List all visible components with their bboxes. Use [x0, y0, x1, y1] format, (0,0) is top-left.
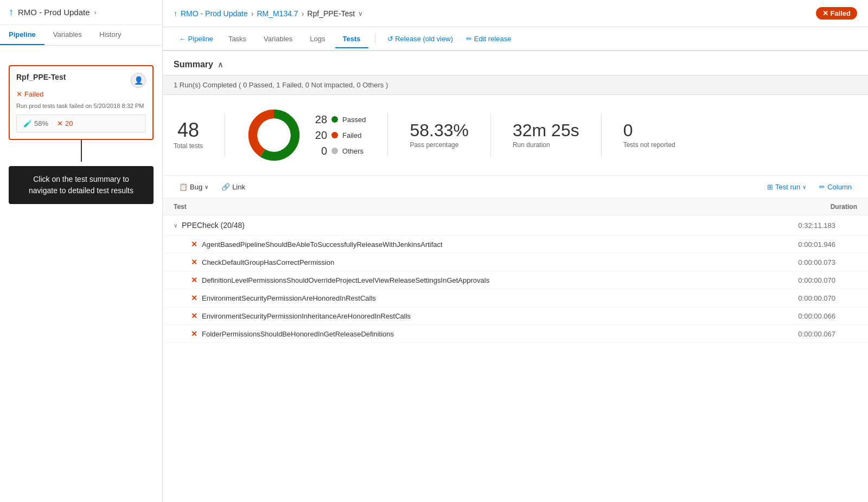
test-run-chevron-icon: ∨ [802, 184, 806, 190]
test-run-label: Test run [775, 183, 800, 191]
nav-variables[interactable]: Variables [256, 30, 300, 48]
others-count: 0 [312, 145, 327, 157]
breadcrumb-sep2: › [302, 9, 304, 18]
test-name: ✕ EnvironmentSecurityPermissionInheritan… [191, 312, 411, 320]
person-icon: 👤 [134, 76, 143, 85]
breadcrumb-chevron-icon[interactable]: ∨ [358, 10, 363, 17]
table-row[interactable]: ✕ FolderPermissionsShouldBeHonoredInGetR… [163, 325, 868, 343]
breadcrumb-sep1: › [251, 9, 254, 18]
breadcrumb: ↑ RMO - Prod Update › RM_M134.7 › Rpf_PP… [174, 9, 363, 18]
not-reported-label: Tests not reported [623, 141, 675, 149]
test-run-button[interactable]: ⊞ Test run ∨ [762, 180, 812, 194]
fail-x-icon: ✕ [191, 294, 197, 302]
bug-button[interactable]: 📋 Bug ∨ [174, 180, 214, 194]
left-tabs: Pipeline Variables History [0, 25, 162, 46]
stage-card[interactable]: Rpf_PPE-Test 👤 ✕ Failed Run prod tests t… [9, 65, 154, 140]
left-panel: ↑ RMO - Prod Update › Pipeline Variables… [0, 0, 163, 502]
pass-pct: 58% [34, 119, 48, 128]
stats-divider3 [490, 113, 491, 157]
legend-others: 0 Others [312, 145, 366, 157]
others-dot [331, 148, 338, 154]
tab-pipeline[interactable]: Pipeline [0, 25, 44, 45]
stage-status: ✕ Failed [16, 90, 146, 98]
nav-edit-release[interactable]: ✏ Edit release [461, 31, 516, 46]
column-button[interactable]: ✏ Column [814, 180, 857, 194]
bug-chevron-icon: ∨ [205, 184, 208, 190]
run-duration-stat: 32m 25s Run duration [513, 122, 579, 149]
table-row[interactable]: ✕ AgentBasedPipelineShouldBeAbleToSucces… [163, 236, 868, 253]
group-duration: 0:32:11.183 [798, 221, 857, 230]
passed-label: Passed [342, 116, 366, 124]
breadcrumb-test: Rpf_PPE-Test [307, 9, 355, 18]
run-banner: 1 Run(s) Completed ( 0 Passed, 1 Failed,… [163, 75, 868, 95]
legend-passed: 28 Passed [312, 113, 366, 126]
fail-count: 20 [65, 119, 73, 128]
link-label: Link [232, 183, 245, 191]
group-row-ppecheck[interactable]: ∨ PPECheck (20/48) 0:32:11.183 [163, 215, 868, 236]
bug-icon: 📋 [179, 183, 188, 191]
fail-x-icon: ✕ [191, 258, 197, 266]
run-duration-number: 32m 25s [513, 122, 579, 139]
test-group: ∨ PPECheck (20/48) 0:32:11.183 ✕ AgentBa… [163, 215, 868, 343]
run-duration-label: Run duration [513, 141, 579, 149]
stage-fail-info: Run prod tests task failed on 5/20/2018 … [16, 103, 146, 109]
tab-variables[interactable]: Variables [44, 25, 91, 45]
passed-count: 28 [312, 113, 327, 126]
fail-x-icon: ✕ [191, 329, 197, 338]
pass-pct-label: Pass percentage [410, 141, 469, 149]
nav-tasks[interactable]: Tasks [221, 30, 254, 48]
stats-divider1 [225, 113, 225, 157]
left-title: RMO - Prod Update [18, 8, 90, 17]
test-duration: 0:00:01.946 [798, 240, 857, 249]
tab-history[interactable]: History [91, 25, 130, 45]
nav-release-old[interactable]: ↺ Release (old view) [382, 31, 459, 46]
pass-pct-stat: 58.33% Pass percentage [410, 122, 469, 149]
fail-x-icon: ✕ [191, 240, 197, 249]
summary-chevron-icon[interactable]: ∧ [218, 60, 223, 69]
nav-back-button[interactable]: ← Pipeline [174, 31, 219, 46]
fail-x-icon: ✕ [191, 276, 197, 284]
right-panel: ↑ RMO - Prod Update › RM_M134.7 › Rpf_PP… [163, 0, 868, 502]
left-content: Rpf_PPE-Test 👤 ✕ Failed Run prod tests t… [0, 46, 162, 502]
left-header: ↑ RMO - Prod Update › [0, 0, 162, 25]
stage-metrics: 🧪 58% ✕ 20 [16, 115, 146, 132]
legend-failed: 20 Failed [312, 129, 366, 142]
group-name: ∨ PPECheck (20/48) [174, 221, 245, 230]
avatar: 👤 [131, 73, 146, 88]
top-bar: ↑ RMO - Prod Update › RM_M134.7 › Rpf_PP… [163, 0, 868, 27]
breadcrumb-rm[interactable]: RM_M134.7 [257, 9, 298, 18]
donut-section: 28 Passed 20 Failed 0 Others [247, 108, 366, 162]
donut-svg [247, 108, 301, 162]
failed-label: Failed [342, 131, 361, 139]
table-row[interactable]: ✕ CheckDefaultGroupHasCorrectPermission … [163, 253, 868, 271]
link-button[interactable]: 🔗 Link [216, 180, 251, 194]
toolbar-right: ⊞ Test run ∨ ✏ Column [762, 180, 857, 194]
pipeline-icon: ↑ [9, 7, 14, 18]
failed-badge: ✕ Failed [816, 7, 857, 20]
legend: 28 Passed 20 Failed 0 Others [312, 113, 366, 157]
table-row[interactable]: ✕ DefinitionLevelPermissionsShouldOverri… [163, 271, 868, 289]
table-row[interactable]: ✕ EnvironmentSecurityPermissionAreHonore… [163, 289, 868, 307]
col-duration: Duration [831, 203, 857, 211]
total-label: Total tests [174, 142, 203, 150]
table-row[interactable]: ✕ EnvironmentSecurityPermissionInheritan… [163, 307, 868, 325]
test-name: ✕ DefinitionLevelPermissionsShouldOverri… [191, 276, 489, 284]
svg-point-2 [257, 118, 290, 151]
breadcrumb-project[interactable]: RMO - Prod Update [181, 9, 248, 18]
test-name: ✕ CheckDefaultGroupHasCorrectPermission [191, 258, 334, 266]
test-run-icon: ⊞ [767, 183, 773, 191]
test-duration: 0:00:00.073 [798, 258, 857, 266]
toolbar-left: 📋 Bug ∨ 🔗 Link [174, 180, 251, 194]
test-duration: 0:00:00.070 [798, 276, 857, 284]
nav-tests[interactable]: Tests [335, 30, 368, 48]
stats-divider2 [387, 113, 388, 157]
nav-divider [375, 33, 375, 44]
stats-row: 48 Total tests [163, 95, 868, 176]
nav-bar: ← Pipeline Tasks Variables Logs Tests ↺ … [163, 27, 868, 51]
nav-logs[interactable]: Logs [302, 30, 333, 48]
test-name: ✕ EnvironmentSecurityPermissionAreHonore… [191, 294, 376, 302]
col-test: Test [174, 203, 187, 211]
fail-x-icon: ✕ [16, 90, 22, 98]
failed-label: ✕ Failed [822, 9, 851, 17]
others-label: Others [342, 147, 363, 155]
